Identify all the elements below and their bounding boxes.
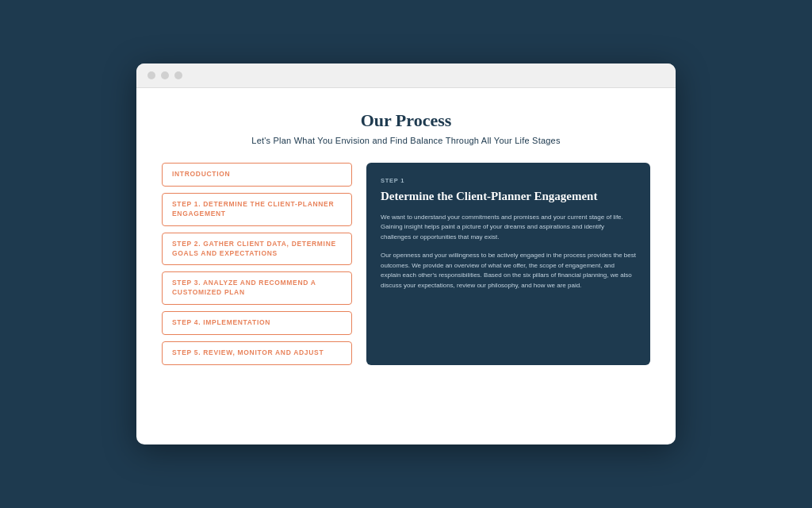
nav-item-introduction[interactable]: INTRODUCTION	[162, 163, 352, 187]
step-body: We want to understand your commitments a…	[381, 213, 636, 292]
browser-dot-1	[147, 71, 155, 79]
left-panel: INTRODUCTIONSTEP 1. DETERMINE THE CLIENT…	[162, 163, 352, 365]
nav-item-step4[interactable]: STEP 4. IMPLEMENTATION	[162, 311, 352, 335]
step-title: Determine the Client-Planner Engagement	[381, 189, 636, 205]
nav-item-step1[interactable]: STEP 1. DETERMINE THE CLIENT-PLANNER ENG…	[162, 193, 352, 226]
browser-content: Our Process Let's Plan What You Envision…	[136, 88, 676, 444]
nav-item-step2[interactable]: STEP 2. GATHER CLIENT DATA, DETERMINE GO…	[162, 233, 352, 266]
browser-dot-2	[161, 71, 169, 79]
browser-chrome	[136, 64, 676, 88]
step-paragraph-2: Our openness and your willingness to be …	[381, 251, 636, 291]
step-paragraph-1: We want to understand your commitments a…	[381, 213, 636, 243]
browser-dot-3	[174, 71, 182, 79]
step-label: STEP 1	[381, 177, 636, 184]
nav-item-step5[interactable]: STEP 5. REVIEW, MONITOR AND ADJUST	[162, 341, 352, 365]
page-subtitle: Let's Plan What You Envision and Find Ba…	[162, 136, 650, 145]
detail-panel: STEP 1 Determine the Client-Planner Enga…	[366, 163, 650, 365]
page-title: Our Process	[162, 110, 650, 131]
main-layout: INTRODUCTIONSTEP 1. DETERMINE THE CLIENT…	[162, 163, 650, 365]
browser-window: Our Process Let's Plan What You Envision…	[136, 64, 676, 444]
nav-item-step3[interactable]: STEP 3. ANALYZE AND RECOMMEND A CUSTOMIZ…	[162, 271, 352, 305]
